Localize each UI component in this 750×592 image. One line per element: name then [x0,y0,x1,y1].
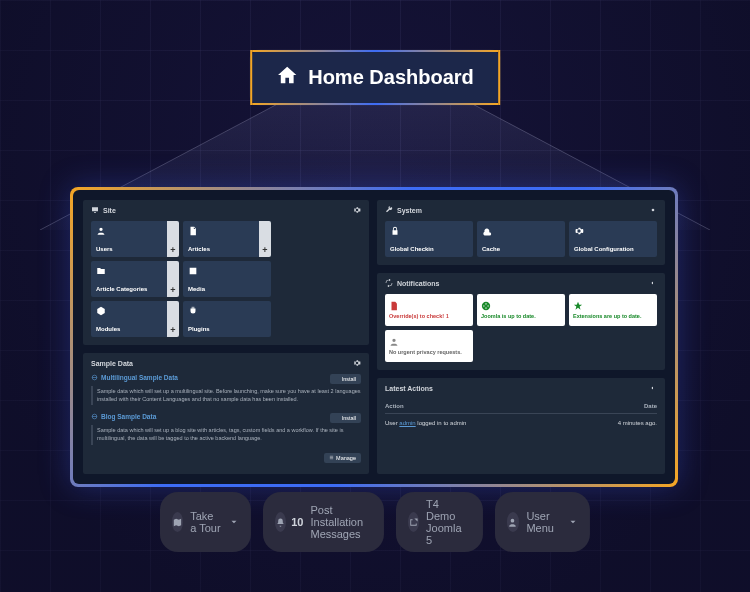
article-categories-add[interactable]: + [167,261,179,297]
blog-sample-desc: Sample data which will set up a blog sit… [91,425,361,444]
actions-col-action: Action [385,403,404,409]
users-add[interactable]: + [167,221,179,257]
system-panel-title: System [397,207,422,214]
post-install-pill[interactable]: 10 Post Installation Messages [263,492,384,552]
multilingual-sample-title: Multilingual Sample Data [91,374,178,381]
notifications-panel: Notifications Override(s) to check!1 Joo… [377,273,665,370]
map-icon [172,512,183,532]
privacy-notification[interactable]: No urgent privacy requests. [385,330,473,362]
site-link-pill[interactable]: T4 Demo Joomla 5 [396,492,482,552]
home-dashboard-label: Home Dashboard [308,66,474,89]
footer-pills: Take a Tour 10 Post Installation Message… [160,492,590,552]
joomla-uptodate-notification[interactable]: Joomla is up to date. [477,294,565,326]
user-menu-pill[interactable]: User Menu [495,492,591,552]
articles-add[interactable]: + [259,221,271,257]
multilingual-sample-desc: Sample data which will set up a multilin… [91,386,361,405]
wrench-icon [385,206,393,215]
site-panel: Site Users + Articles + Article Categori… [83,200,369,345]
plugins-card[interactable]: Plugins [183,301,271,337]
chevron-down-icon [568,517,578,527]
system-panel: System Global Checkin Cache Gl [377,200,665,265]
blog-sample-title: Blog Sample Data [91,413,156,420]
install-blog-button[interactable]: Install [330,413,361,423]
latest-actions-panel: Latest Actions Action Date User admin lo… [377,378,665,474]
users-card[interactable]: Users + [91,221,179,257]
admin-user-link[interactable]: admin [399,420,415,426]
latest-action-row: User admin logged in to admin 4 minutes … [385,414,657,426]
cache-card[interactable]: Cache [477,221,565,257]
home-icon [276,64,298,91]
home-dashboard-badge: Home Dashboard [250,50,500,105]
install-multilingual-button[interactable]: Install [330,374,361,384]
desktop-icon [91,206,99,215]
external-link-icon [408,512,419,532]
user-icon [507,512,520,532]
dashboard-stage: Site Users + Articles + Article Categori… [70,187,678,487]
extensions-uptodate-notification[interactable]: Extensions are up to date. [569,294,657,326]
gear-icon[interactable] [649,206,657,215]
gear-icon[interactable] [353,359,361,368]
actions-col-date: Date [644,403,657,409]
gear-icon[interactable] [649,279,657,288]
manage-sample-button[interactable]: Manage [324,453,361,463]
sample-data-title: Sample Data [91,360,133,367]
modules-add[interactable]: + [167,301,179,337]
global-config-card[interactable]: Global Configuration [569,221,657,257]
article-categories-card[interactable]: Article Categories + [91,261,179,297]
articles-card[interactable]: Articles + [183,221,271,257]
gear-icon[interactable] [649,384,657,393]
overrides-notification[interactable]: Override(s) to check!1 [385,294,473,326]
latest-actions-title: Latest Actions [385,385,433,392]
modules-card[interactable]: Modules + [91,301,179,337]
sample-data-panel: Sample Data Multilingual Sample Data Ins… [83,353,369,474]
refresh-icon [385,279,393,288]
site-panel-title: Site [103,207,116,214]
gear-icon[interactable] [353,206,361,215]
chevron-down-icon [229,517,239,527]
take-tour-pill[interactable]: Take a Tour [160,492,251,552]
notifications-title: Notifications [397,280,439,287]
bell-icon [275,512,286,532]
global-checkin-card[interactable]: Global Checkin [385,221,473,257]
media-card[interactable]: Media [183,261,271,297]
